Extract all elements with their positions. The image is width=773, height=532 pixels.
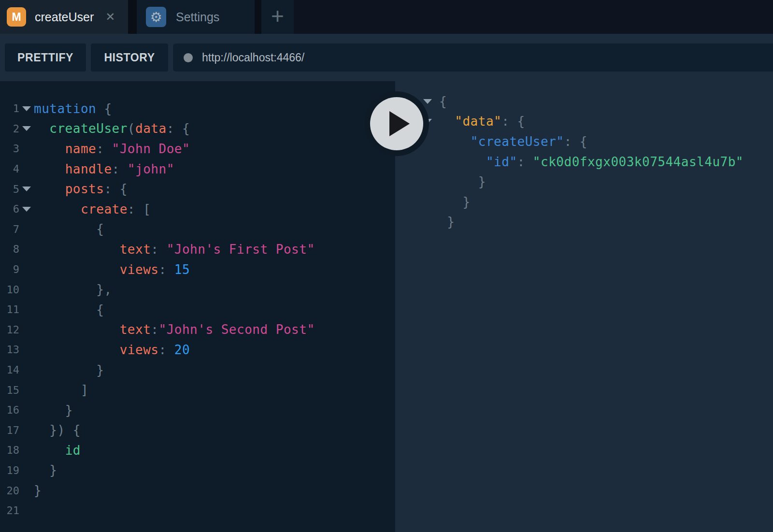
query-line: 2 createUser(data: {: [0, 119, 395, 139]
line-number: 4: [0, 163, 19, 175]
execute-button[interactable]: [364, 91, 429, 156]
response-line: {: [395, 91, 773, 112]
query-line: 11 {: [0, 300, 395, 320]
query-line: 7 {: [0, 219, 395, 240]
code-text: {: [34, 302, 104, 317]
line-number: 2: [0, 123, 19, 135]
query-line: 20}: [0, 480, 395, 501]
mutation-badge: M: [7, 7, 26, 27]
fold-gutter: [19, 126, 34, 131]
plus-icon: +: [271, 5, 284, 27]
response-line: }: [395, 212, 773, 232]
code-text: }: [34, 463, 57, 477]
code-text: create: [: [34, 202, 151, 216]
tab-divider: [128, 0, 137, 34]
query-line: 12 text:"John's Second Post": [0, 320, 395, 340]
response-line: }: [395, 172, 773, 192]
fold-gutter: [19, 207, 34, 212]
toolbar: PRETTIFY HISTORY http://localhost:4466/: [0, 34, 773, 81]
response-line: "createUser": {: [395, 131, 773, 152]
code-text: }: [439, 195, 471, 209]
endpoint-status-icon: [184, 53, 193, 62]
response-viewer: { "data": { "createUser": { "id": "ck0d0…: [395, 81, 773, 532]
endpoint-url-input[interactable]: http://localhost:4466/: [173, 43, 773, 72]
close-icon[interactable]: ✕: [105, 10, 115, 24]
line-number: 15: [0, 384, 19, 396]
query-line: 15 ]: [0, 380, 395, 400]
code-text: }: [34, 403, 73, 417]
query-line: 3 name: "John Doe": [0, 139, 395, 159]
line-number: 8: [0, 243, 19, 255]
code-text: "data": {: [439, 114, 525, 129]
history-button[interactable]: HISTORY: [91, 43, 168, 72]
fold-arrow-icon[interactable]: [22, 187, 31, 191]
gear-icon: ⚙: [146, 7, 166, 27]
line-number: 12: [0, 324, 19, 336]
line-number: 14: [0, 364, 19, 376]
code-text: }: [34, 363, 104, 377]
query-line: 18 id: [0, 440, 395, 460]
query-line: 21: [0, 501, 395, 521]
new-tab-button[interactable]: +: [261, 0, 294, 34]
tab-createuser[interactable]: M createUser ✕: [0, 0, 128, 34]
response-line: "id": "ck0d0fxgx003k07544asl4u7b": [395, 152, 773, 172]
query-line: 1mutation {: [0, 99, 395, 119]
fold-arrow-icon[interactable]: [423, 99, 432, 104]
code-text: "createUser": {: [439, 134, 587, 149]
fold-arrow-icon[interactable]: [22, 106, 31, 111]
line-number: 7: [0, 223, 19, 235]
line-number: 20: [0, 485, 19, 497]
code-text: text: "John's First Post": [34, 242, 315, 257]
tab-settings[interactable]: ⚙ Settings: [137, 0, 255, 34]
line-number: 10: [0, 284, 19, 296]
query-line: 14 }: [0, 360, 395, 380]
line-number: 16: [0, 404, 19, 416]
code-text: {: [34, 222, 104, 236]
prettify-button[interactable]: PRETTIFY: [5, 43, 86, 72]
code-text: }: [439, 215, 455, 229]
response-line: }: [395, 192, 773, 212]
line-number: 21: [0, 504, 19, 517]
code-text: mutation {: [34, 101, 112, 116]
query-line: 13 views: 20: [0, 340, 395, 360]
play-icon: [389, 111, 410, 136]
fold-arrow-icon[interactable]: [22, 207, 31, 212]
query-line: 16 }: [0, 400, 395, 420]
code-text: createUser(data: {: [34, 121, 190, 136]
code-text: name: "John Doe": [34, 142, 190, 156]
code-text: views: 15: [34, 262, 190, 277]
query-line: 4 handle: "john": [0, 159, 395, 179]
code-text: posts: {: [34, 182, 128, 196]
fold-gutter: [19, 106, 34, 111]
tab-divider: [255, 0, 261, 34]
graphql-playground-window: M createUser ✕ ⚙ Settings + PRETTIFY HIS…: [0, 0, 773, 532]
line-number: 13: [0, 344, 19, 356]
code-text: text:"John's Second Post": [34, 322, 315, 337]
query-line: 6 create: [: [0, 199, 395, 219]
endpoint-url-text: http://localhost:4466/: [202, 51, 304, 64]
code-text: handle: "john": [34, 162, 174, 176]
line-number: 17: [0, 424, 19, 436]
line-number: 1: [0, 102, 19, 115]
tab-label: createUser: [35, 10, 94, 24]
response-line: "data": {: [395, 112, 773, 132]
code-text: {: [439, 94, 447, 109]
code-text: }: [439, 174, 486, 189]
code-text: }) {: [34, 423, 81, 437]
query-line: 5 posts: {: [0, 179, 395, 199]
fold-gutter: [19, 187, 34, 191]
fold-arrow-icon[interactable]: [22, 126, 31, 131]
code-text: ]: [34, 383, 88, 397]
line-number: 19: [0, 464, 19, 476]
code-text: },: [34, 282, 112, 297]
code-text: }: [34, 483, 42, 498]
query-line: 8 text: "John's First Post": [0, 239, 395, 259]
line-number: 18: [0, 444, 19, 456]
query-line: 17 }) {: [0, 420, 395, 441]
query-line: 19 }: [0, 460, 395, 481]
code-text: views: 20: [34, 343, 190, 357]
line-number: 5: [0, 183, 19, 195]
query-line: 10 },: [0, 279, 395, 300]
query-editor[interactable]: 1mutation {2 createUser(data: {3 name: "…: [0, 81, 395, 532]
line-number: 9: [0, 263, 19, 275]
